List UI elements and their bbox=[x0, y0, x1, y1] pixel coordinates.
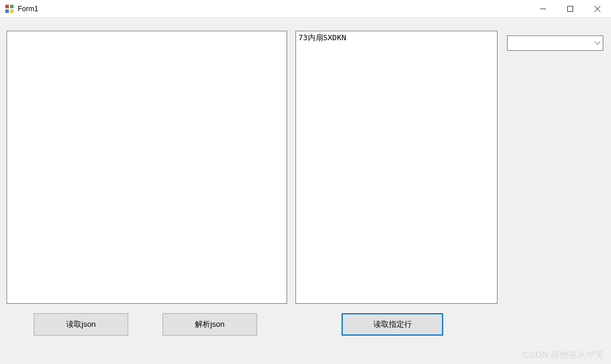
svg-rect-5 bbox=[568, 6, 573, 12]
read-json-button[interactable]: 读取json bbox=[34, 313, 128, 336]
textbox-right[interactable] bbox=[295, 31, 498, 304]
watermark: CSDN @他在从中笑 bbox=[523, 349, 604, 360]
textbox-left[interactable] bbox=[6, 31, 287, 304]
svg-rect-3 bbox=[10, 9, 14, 13]
maximize-button[interactable] bbox=[557, 0, 584, 18]
minimize-button[interactable] bbox=[529, 0, 557, 18]
svg-rect-2 bbox=[5, 9, 9, 13]
close-button[interactable] bbox=[584, 0, 611, 18]
svg-rect-1 bbox=[10, 5, 14, 8]
combobox[interactable] bbox=[507, 35, 603, 51]
titlebar: Form1 bbox=[0, 0, 611, 18]
app-icon bbox=[5, 4, 14, 14]
read-line-button[interactable]: 读取指定行 bbox=[342, 313, 443, 336]
chevron-down-icon bbox=[592, 36, 603, 50]
client-area: 读取json 解析json 读取指定行 CSDN @他在从中笑 bbox=[0, 18, 611, 364]
svg-rect-0 bbox=[5, 5, 9, 8]
window-controls bbox=[529, 0, 611, 17]
window-title: Form1 bbox=[18, 5, 529, 13]
parse-json-button[interactable]: 解析json bbox=[162, 313, 257, 336]
